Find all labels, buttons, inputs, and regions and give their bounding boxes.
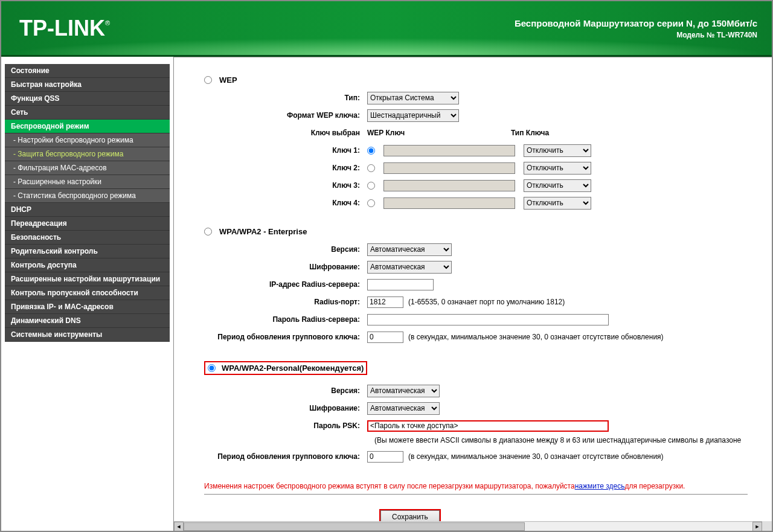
ent-group-hint: (в секундах, минимальное значение 30, 0 … [408, 333, 664, 341]
wep-key-header: WEP Ключ [367, 129, 506, 137]
wep-key3-radio[interactable] [367, 182, 375, 190]
sidebar-item-8[interactable]: - Расширенные настройки [5, 175, 170, 189]
wep-key1-type-select[interactable]: Отключить [524, 144, 591, 157]
sidebar-item-14[interactable]: Контроль доступа [5, 258, 170, 272]
sidebar-item-2[interactable]: Функция QSS [5, 92, 170, 106]
ent-radiusip-label: IP-адрес Radius-сервера: [204, 280, 367, 289]
per-version-label: Версия: [204, 386, 367, 395]
wep-keytype-header: Тип Ключа [511, 129, 549, 137]
wep-section: WEP Тип: Открытая Система Формат WEP клю… [204, 75, 760, 210]
scroll-corner [762, 521, 772, 531]
sidebar-item-10[interactable]: DHCP [5, 203, 170, 217]
sidebar-item-7[interactable]: - Фильтрация MAC-адресов [5, 161, 170, 175]
sidebar-item-3[interactable]: Сеть [5, 106, 170, 120]
per-version-select[interactable]: Автоматическая [367, 385, 440, 397]
ent-radiusport-label: Radius-порт: [204, 298, 367, 306]
header-title: Беспроводной Маршрутизатор серии N, до 1… [515, 18, 757, 28]
sidebar-item-16[interactable]: Контроль пропускной способности [5, 286, 170, 300]
sidebar-item-4[interactable]: Беспроводной режим [5, 120, 170, 133]
scroll-right-icon[interactable]: ► [752, 522, 762, 531]
ent-radiusport-input[interactable] [367, 296, 403, 308]
wep-radio[interactable] [204, 76, 212, 84]
ent-group-input[interactable] [367, 332, 403, 343]
header-model: Модель № TL-WR740N [515, 31, 757, 39]
enterprise-section: WPA/WPA2 - Enterprise Версия: Автоматиче… [204, 227, 760, 344]
wep-key3-input[interactable] [383, 180, 515, 191]
sidebar-item-19[interactable]: Системные инструменты [5, 328, 170, 342]
ent-group-label: Период обновления группового ключа: [204, 333, 367, 341]
header: TP-LINK® Беспроводной Маршрутизатор сери… [1, 1, 772, 57]
sidebar-item-0[interactable]: Состояние [5, 64, 170, 78]
wep-key1-input[interactable] [383, 145, 515, 156]
per-enc-select[interactable]: Автоматическая [367, 402, 440, 415]
horizontal-scrollbar[interactable]: ◄ ► [174, 521, 762, 531]
per-group-hint: (в секундах, минимальное значение 30, 0 … [408, 452, 664, 461]
logo: TP-LINK® [19, 16, 110, 41]
sidebar-item-6[interactable]: - Защита беспроводного режима [5, 147, 170, 161]
ent-radiusport-hint: (1-65535, 0 означает порт по умолчанию 1… [408, 298, 565, 306]
separator [204, 494, 748, 495]
main-panel: WEP Тип: Открытая Система Формат WEP клю… [173, 57, 772, 531]
per-psk-label: Пароль PSK: [204, 421, 367, 430]
per-group-label: Период обновления группового ключа: [204, 452, 367, 461]
sidebar: СостояниеБыстрая настройкаФункция QSSСет… [1, 57, 173, 531]
sidebar-item-9[interactable]: - Статистика беспроводного режима [5, 189, 170, 203]
personal-radio[interactable] [208, 364, 216, 372]
enterprise-radio[interactable] [204, 228, 212, 236]
wep-key1-radio[interactable] [367, 147, 375, 155]
wep-key4-input[interactable] [383, 197, 515, 209]
personal-title: WPA/WPA2-Personal(Рекомендуется) [222, 364, 364, 373]
ent-version-label: Версия: [204, 245, 367, 254]
reboot-notice: Изменения настроек беспроводного режима … [204, 482, 760, 490]
sidebar-item-1[interactable]: Быстрая настройка [5, 78, 170, 92]
sidebar-item-18[interactable]: Динамический DNS [5, 314, 170, 328]
sidebar-item-5[interactable]: - Настройки беспроводного режима [5, 133, 170, 147]
ent-radiusip-input[interactable] [367, 279, 434, 290]
per-psk-hint: (Вы можете ввести ASCII символы в диапаз… [374, 436, 760, 444]
wep-key3-type-select[interactable]: Отключить [524, 179, 591, 192]
ent-enc-select[interactable]: Автоматическая [367, 261, 452, 274]
wep-key2-radio[interactable] [367, 164, 375, 172]
wep-type-label: Тип: [269, 94, 367, 102]
ent-radiuspass-input[interactable] [367, 314, 609, 325]
sidebar-item-12[interactable]: Безопасность [5, 231, 170, 245]
wep-key2-type-select[interactable]: Отключить [524, 162, 591, 175]
ent-enc-label: Шифрование: [204, 263, 367, 271]
scroll-left-icon[interactable]: ◄ [174, 522, 184, 531]
wep-key2-input[interactable] [383, 162, 515, 174]
wep-key4-type-select[interactable]: Отключить [524, 197, 591, 210]
sidebar-item-13[interactable]: Родительский контроль [5, 245, 170, 258]
personal-section: WPA/WPA2-Personal(Рекомендуется) Версия:… [204, 361, 760, 464]
wep-key3-label: Ключ 3: [269, 181, 367, 190]
sidebar-item-11[interactable]: Переадресация [5, 217, 170, 231]
wep-selected-label: Ключ выбран [269, 129, 367, 137]
wep-key2-label: Ключ 2: [269, 164, 367, 172]
sidebar-item-15[interactable]: Расширенные настройки маршрутизации [5, 272, 170, 286]
header-info: Беспроводной Маршрутизатор серии N, до 1… [515, 18, 757, 39]
wep-key4-radio[interactable] [367, 199, 375, 207]
wep-type-select[interactable]: Открытая Система [367, 92, 459, 104]
scroll-thumb[interactable] [184, 522, 525, 531]
enterprise-title: WPA/WPA2 - Enterprise [219, 227, 307, 236]
per-enc-label: Шифрование: [204, 404, 367, 412]
wep-format-label: Формат WEP ключа: [269, 111, 367, 120]
ent-version-select[interactable]: Автоматическая [367, 243, 452, 256]
wep-key1-label: Ключ 1: [269, 146, 367, 155]
ent-radiuspass-label: Пароль Radius-сервера: [204, 315, 367, 324]
per-group-input[interactable] [367, 451, 403, 463]
wep-key4-label: Ключ 4: [269, 199, 367, 207]
reboot-link[interactable]: нажмите здесь [575, 482, 625, 490]
wep-format-select[interactable]: Шестнадцатеричный [367, 109, 459, 122]
sidebar-item-17[interactable]: Привязка IP- и MAC-адресов [5, 300, 170, 314]
per-psk-input[interactable] [367, 420, 609, 432]
wep-title: WEP [219, 75, 237, 85]
